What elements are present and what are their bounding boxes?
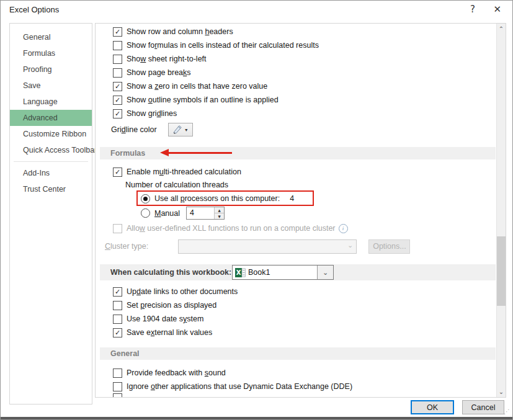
- radio-unselected-icon[interactable]: [141, 208, 150, 218]
- sidebar-item-general[interactable]: General: [10, 29, 92, 45]
- scroll-down-icon[interactable]: ⌄: [497, 386, 506, 397]
- checkbox-checked-icon[interactable]: ✓: [113, 96, 122, 105]
- checkbox-label: Ignore other applications that use Dynam…: [127, 382, 352, 391]
- display-options-group: ✓Show row and column headersShow formula…: [96, 24, 506, 120]
- checkbox-row[interactable]: ✓Show outline symbols if an outline is a…: [96, 93, 506, 107]
- checkbox-unchecked-icon[interactable]: [113, 68, 122, 78]
- checkbox-row[interactable]: Show formulas in cells instead of their …: [96, 38, 506, 52]
- checkbox-row[interactable]: ✓Show a zero in cells that have zero val…: [96, 79, 506, 93]
- annotation-red-arrow: [160, 149, 232, 157]
- workbook-dropdown[interactable]: X Book1 ⌄: [232, 265, 334, 280]
- checkbox-row-partial[interactable]: [96, 393, 506, 398]
- checkbox-row[interactable]: Use 1904 date system: [96, 312, 506, 326]
- chevron-down-icon: ⌄: [347, 241, 353, 249]
- checkbox-row[interactable]: ✓Enable multi-threaded calculation: [96, 165, 506, 179]
- checkbox-unchecked-icon[interactable]: [113, 315, 122, 324]
- threads-label: Number of calculation threads: [96, 179, 506, 191]
- cancel-button[interactable]: Cancel: [462, 400, 504, 414]
- sidebar-nav: GeneralFormulasProofingSaveLanguageAdvan…: [9, 23, 92, 404]
- checkbox-label: Show page breaks: [127, 68, 191, 77]
- sidebar-item-save[interactable]: Save: [10, 78, 92, 94]
- sidebar-item-advanced[interactable]: Advanced: [10, 110, 92, 126]
- ok-button[interactable]: OK: [411, 400, 454, 414]
- checkbox-checked-icon[interactable]: ✓: [113, 109, 122, 118]
- checkbox-checked-icon[interactable]: ✓: [113, 82, 122, 91]
- section-header-formulas: Formulas: [100, 147, 496, 159]
- radio-manual[interactable]: Manual 4 ▲ ▼: [96, 206, 506, 220]
- checkbox-checked-icon[interactable]: ✓: [113, 287, 122, 297]
- checkbox-label: Save external link values: [127, 328, 212, 337]
- checkbox-label: Show gridlines: [127, 109, 177, 118]
- arrow-head: [160, 149, 169, 156]
- excel-workbook-icon: X: [235, 268, 246, 277]
- checkbox-checked-icon[interactable]: ✓: [113, 168, 122, 177]
- spinner-buttons: ▲ ▼: [214, 207, 224, 219]
- xll-row-container: Allow user-defined XLL functions to run …: [96, 221, 506, 235]
- gridline-color-row: Gridline color ▾: [96, 122, 506, 138]
- resize-grip[interactable]: ⋰: [504, 409, 510, 415]
- cluster-type-row: Cluster type: ⌄ Options...: [96, 239, 506, 254]
- multithread-row-container: ✓Enable multi-threaded calculation: [96, 165, 506, 179]
- sidebar-item-proofing[interactable]: Proofing: [10, 61, 92, 78]
- checkbox-unchecked-icon[interactable]: [113, 55, 122, 64]
- workbook-name: Book1: [248, 268, 317, 277]
- section-title: General: [110, 349, 140, 358]
- checkbox-row[interactable]: ✓Update links to other documents: [96, 285, 506, 298]
- checkbox-unchecked-icon[interactable]: [113, 301, 122, 310]
- excel-options-dialog: Excel Options ? ✕ GeneralFormulasProofin…: [0, 0, 513, 420]
- section-title: Formulas: [110, 149, 145, 158]
- section-header-workbook: When calculating this workbook: X Bo: [100, 264, 496, 280]
- sidebar-item-trust-center[interactable]: Trust Center: [10, 181, 92, 197]
- dialog-title: Excel Options: [9, 5, 59, 14]
- checkbox-row[interactable]: Allow user-defined XLL functions to run …: [96, 221, 506, 235]
- checkbox-label: Update links to other documents: [127, 287, 238, 296]
- chevron-down-icon[interactable]: ⌄: [317, 266, 333, 279]
- checkbox-row[interactable]: Show sheet right-to-left: [96, 52, 506, 66]
- spinner-value: 4: [187, 207, 214, 219]
- checkbox-row[interactable]: ✓Show row and column headers: [96, 25, 506, 38]
- sidebar-item-quick-access-toolbar[interactable]: Quick Access Toolbar: [10, 142, 92, 158]
- checkbox-row[interactable]: Ignore other applications that use Dynam…: [96, 380, 506, 393]
- cluster-type-label: Cluster type:: [105, 242, 148, 251]
- checkbox-unchecked-icon[interactable]: [113, 393, 122, 398]
- titlebar: Excel Options ? ✕: [1, 1, 512, 19]
- manual-threads-spinner[interactable]: 4 ▲ ▼: [186, 207, 225, 220]
- sidebar-item-customize-ribbon[interactable]: Customize Ribbon: [10, 126, 92, 142]
- checkbox-checked-icon[interactable]: ✓: [113, 328, 122, 337]
- sidebar-divider: [14, 161, 88, 162]
- checkbox-label: Use 1904 date system: [127, 315, 203, 323]
- sidebar-item-add-ins[interactable]: Add-Ins: [10, 165, 92, 181]
- checkbox-row[interactable]: Set precision as displayed: [96, 298, 506, 312]
- radio-selected-icon[interactable]: [141, 194, 150, 203]
- sidebar-item-language[interactable]: Language: [10, 94, 92, 110]
- checkbox-checked-icon[interactable]: ✓: [113, 27, 122, 37]
- spin-down-icon[interactable]: ▼: [215, 213, 224, 219]
- close-icon[interactable]: ✕: [493, 4, 501, 15]
- help-icon[interactable]: ?: [470, 4, 475, 15]
- checkbox-label: Allow user-defined XLL functions to run …: [127, 224, 336, 233]
- radio-use-all-processors[interactable]: Use all processors on this computer: 4: [96, 191, 506, 206]
- section-header-general: General: [100, 347, 496, 360]
- gridline-color-button[interactable]: ▾: [168, 123, 193, 136]
- general-options-group: Provide feedback with soundIgnore other …: [96, 366, 506, 393]
- info-icon[interactable]: i: [339, 224, 348, 233]
- scrollbar-thumb[interactable]: [497, 236, 506, 306]
- checkbox-row[interactable]: Show page breaks: [96, 66, 506, 79]
- sidebar-item-formulas[interactable]: Formulas: [10, 45, 92, 61]
- scrollbar[interactable]: ⌃ ⌄: [496, 24, 506, 397]
- options-button: Options...: [368, 239, 410, 254]
- checkbox-row[interactable]: ✓Show gridlines: [96, 107, 506, 120]
- checkbox-unchecked-icon[interactable]: [113, 41, 122, 50]
- window-bottom-edge: [1, 417, 512, 419]
- pen-icon: [173, 125, 183, 134]
- processor-count-value: 4: [290, 194, 294, 203]
- scroll-up-icon[interactable]: ⌃: [497, 24, 506, 34]
- spin-up-icon[interactable]: ▲: [215, 207, 224, 213]
- checkbox-unchecked-icon[interactable]: [113, 224, 122, 233]
- checkbox-unchecked-icon[interactable]: [113, 369, 122, 378]
- workbook-options-group: ✓Update links to other documentsSet prec…: [96, 285, 506, 339]
- checkbox-row[interactable]: ✓Save external link values: [96, 326, 506, 339]
- checkbox-row[interactable]: Provide feedback with sound: [96, 366, 506, 380]
- checkbox-unchecked-icon[interactable]: [113, 382, 122, 391]
- radio-label: Manual: [154, 209, 180, 218]
